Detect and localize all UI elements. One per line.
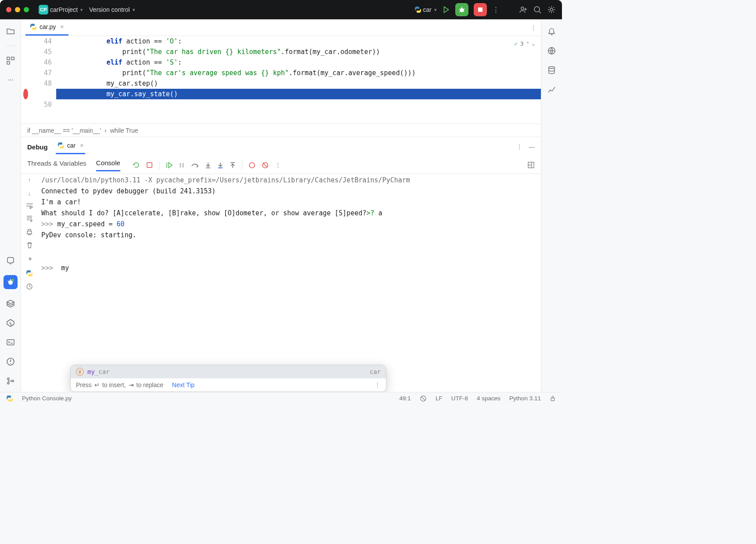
svg-point-18 <box>249 163 255 168</box>
history-icon[interactable] <box>26 283 33 290</box>
close-tab-icon[interactable]: × <box>60 23 64 30</box>
svg-point-23 <box>549 66 554 69</box>
python-console-icon[interactable] <box>26 270 33 277</box>
completion-item[interactable]: V my_car car <box>71 365 386 378</box>
add-user-icon[interactable] <box>519 5 528 14</box>
stop-button[interactable] <box>474 3 487 16</box>
debug-tool-icon[interactable] <box>4 275 18 289</box>
next-tip-link[interactable]: Next Tip <box>172 381 194 388</box>
kebab-icon[interactable]: ⋮ <box>275 162 281 169</box>
readonly-icon[interactable] <box>420 395 427 402</box>
chevron-down-icon: ▾ <box>133 7 135 13</box>
status-file[interactable]: Python Console.py <box>22 395 72 402</box>
vcs-menu[interactable]: Version control ▾ <box>89 6 135 13</box>
notifications-icon[interactable] <box>547 26 557 36</box>
cursor-position[interactable]: 49:1 <box>400 395 411 402</box>
breadcrumb-item[interactable]: if __name__ == '__main__' <box>27 127 101 134</box>
terminal-icon[interactable] <box>6 337 15 347</box>
python-icon <box>414 6 421 13</box>
chevron-down-icon[interactable]: ⌄ <box>532 39 535 49</box>
kebab-icon[interactable]: ⋮ <box>492 5 500 15</box>
svg-point-13 <box>7 382 9 384</box>
editor-tab[interactable]: car.py × <box>25 19 68 36</box>
step-over-icon[interactable] <box>191 162 199 169</box>
analytics-icon[interactable] <box>547 84 557 94</box>
console-line: What should I do? [A]ccelerate, [B]rake,… <box>41 208 537 219</box>
stop-icon[interactable] <box>146 162 153 168</box>
project-selector[interactable]: CP carProject ▾ <box>35 5 83 15</box>
close-icon[interactable]: × <box>80 142 83 149</box>
tab-threads[interactable]: Threads & Variables <box>27 160 86 170</box>
run-icon[interactable] <box>442 6 450 14</box>
code-area[interactable]: elif action == 'O': print("The car has d… <box>56 36 541 123</box>
step-into-my-icon[interactable] <box>217 162 223 169</box>
soft-wrap-icon[interactable] <box>26 203 33 209</box>
check-icon: ✓ <box>514 39 518 49</box>
python-icon <box>30 23 37 30</box>
restart-debug-icon[interactable] <box>133 161 140 169</box>
debug-panel-header: Debug car × ⋮ — <box>21 137 541 156</box>
svg-rect-6 <box>11 57 14 60</box>
mute-breakpoints-icon[interactable] <box>262 162 269 169</box>
search-icon[interactable] <box>533 5 542 14</box>
debug-button[interactable] <box>455 3 468 16</box>
project-icon[interactable] <box>6 26 15 36</box>
print-icon[interactable] <box>26 228 33 236</box>
python-icon <box>6 395 13 402</box>
vcs-icon[interactable] <box>6 376 15 386</box>
packages-icon[interactable] <box>6 299 15 308</box>
encoding[interactable]: UTF-8 <box>451 395 468 402</box>
console-line: /usr/local/bin/python3.11 -X pycache_pre… <box>41 175 537 186</box>
ai-icon[interactable] <box>547 46 557 55</box>
breadcrumb[interactable]: if __name__ == '__main__' › while True <box>21 124 541 137</box>
more-icon[interactable]: ⋯ <box>6 75 15 85</box>
expand-icon[interactable]: ››› <box>29 255 31 262</box>
inspection-count: 3 <box>520 39 524 49</box>
svg-rect-10 <box>7 340 14 345</box>
database-icon[interactable] <box>547 65 557 75</box>
chevron-up-icon[interactable]: ⌃ <box>526 39 529 49</box>
code-editor[interactable]: 444546474850 elif action == 'O': print("… <box>21 36 541 124</box>
console-output[interactable]: /usr/local/bin/python3.11 -X pycache_pre… <box>38 174 541 392</box>
python-copilot-icon[interactable] <box>6 256 15 265</box>
maximize-window-icon[interactable] <box>24 7 29 12</box>
kebab-icon[interactable]: ⋮ <box>374 381 381 388</box>
pause-icon[interactable] <box>179 162 185 168</box>
debug-session-tab[interactable]: car × <box>56 139 86 154</box>
console-line: PyDev console: starting. <box>41 230 537 241</box>
inspection-widget[interactable]: ✓ 3 ⌃ ⌄ <box>514 39 535 49</box>
indent[interactable]: 4 spaces <box>477 395 500 402</box>
close-window-icon[interactable] <box>6 7 11 12</box>
svg-point-3 <box>534 7 540 12</box>
resume-icon[interactable] <box>166 162 173 169</box>
svg-rect-1 <box>478 7 482 12</box>
scroll-end-icon[interactable] <box>26 215 33 222</box>
svg-point-12 <box>7 378 9 380</box>
kebab-icon[interactable]: ⋮ <box>530 24 536 31</box>
step-out-icon[interactable] <box>230 162 236 169</box>
kebab-icon[interactable]: ⋮ <box>516 143 522 150</box>
up-arrow-icon[interactable]: ↑ <box>28 177 31 184</box>
interpreter[interactable]: Python 3.11 <box>509 395 541 402</box>
console-input-line[interactable]: >>> my <box>41 263 537 274</box>
run-config-name: car <box>423 6 432 13</box>
layout-icon[interactable] <box>527 161 535 169</box>
trash-icon[interactable] <box>26 242 33 249</box>
breadcrumb-item[interactable]: while True <box>110 127 138 134</box>
line-separator[interactable]: LF <box>436 395 443 402</box>
minimize-icon[interactable]: — <box>529 143 535 150</box>
problems-icon[interactable] <box>6 357 15 366</box>
debug-tabs: Threads & Variables Console ⋮ <box>21 156 541 174</box>
minimize-window-icon[interactable] <box>15 7 20 12</box>
run-config-selector[interactable]: car ▾ <box>414 6 437 13</box>
gear-icon[interactable] <box>547 5 556 14</box>
down-arrow-icon[interactable]: ↓ <box>28 190 31 197</box>
view-breakpoints-icon[interactable] <box>248 162 256 169</box>
svg-point-2 <box>521 7 524 10</box>
services-icon[interactable] <box>6 318 15 328</box>
lock-icon[interactable] <box>550 395 556 402</box>
structure-icon[interactable] <box>6 56 15 65</box>
step-into-icon[interactable] <box>205 162 211 169</box>
breakpoint-gutter[interactable] <box>21 36 30 123</box>
tab-console[interactable]: Console <box>96 159 120 171</box>
